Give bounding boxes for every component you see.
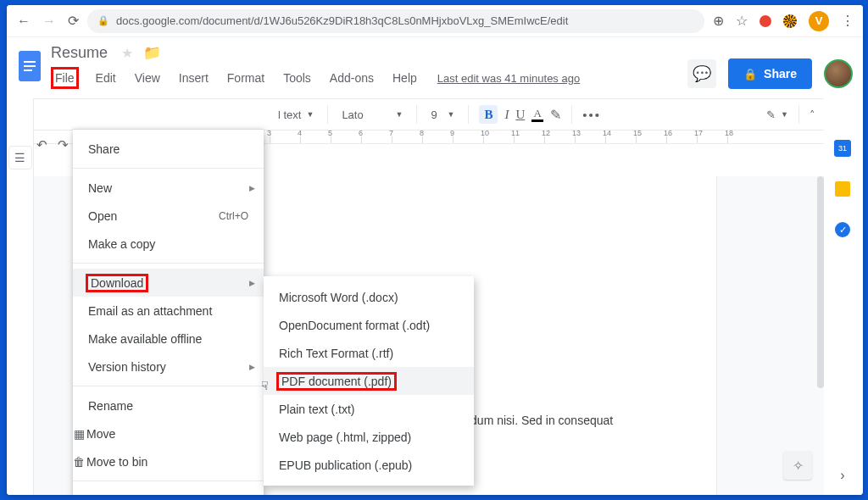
file-menu-make-copy[interactable]: Make a copy: [73, 230, 264, 258]
download-odt[interactable]: OpenDocument format (.odt): [264, 311, 474, 339]
omnibox[interactable]: 🔒 docs.google.com/document/d/1WJ6u526Kz9…: [87, 9, 704, 33]
text-color-button[interactable]: A: [531, 108, 543, 122]
toolbar-more-button[interactable]: •••: [582, 108, 601, 122]
bold-button[interactable]: B: [479, 105, 498, 124]
side-panel-collapse-icon[interactable]: ›: [840, 468, 844, 483]
font-size-select[interactable]: 9▼: [427, 107, 458, 123]
file-menu-email-attachment[interactable]: Email as an attachment: [73, 297, 264, 325]
italic-button[interactable]: I: [504, 108, 509, 122]
vertical-scrollbar[interactable]: [817, 176, 824, 495]
share-button[interactable]: 🔒 Share: [728, 58, 812, 89]
bookmark-star-icon[interactable]: ☆: [736, 13, 748, 29]
file-menu-make-offline[interactable]: Make available offline: [73, 325, 264, 353]
download-pdf[interactable]: PDF document (.pdf): [264, 367, 474, 395]
nav-back-icon[interactable]: ←: [17, 14, 31, 28]
editing-mode-button[interactable]: ✎▼: [766, 108, 788, 121]
menu-insert[interactable]: Insert: [177, 69, 210, 86]
download-html[interactable]: Web page (.html, zipped): [264, 423, 474, 451]
file-menu-open[interactable]: OpenCtrl+O: [73, 202, 264, 230]
file-menu-rename[interactable]: Rename: [73, 392, 264, 419]
download-submenu: Microsoft Word (.docx) OpenDocument form…: [264, 276, 474, 486]
docs-logo-icon[interactable]: [14, 44, 46, 88]
file-menu-share[interactable]: Share: [73, 135, 264, 163]
menu-view[interactable]: View: [133, 69, 162, 86]
extension-red-icon[interactable]: [760, 15, 771, 27]
nav-reload-icon[interactable]: ⟳: [68, 14, 79, 28]
font-family-select[interactable]: Lato▼: [338, 107, 406, 123]
zoom-icon[interactable]: ⊕: [713, 13, 724, 29]
file-menu-publish[interactable]: Publish to the web: [73, 486, 264, 495]
underline-button[interactable]: U: [515, 108, 525, 122]
account-avatar[interactable]: [824, 59, 853, 88]
file-menu-dropdown: Share New▶ OpenCtrl+O Make a copy Downlo…: [73, 129, 264, 495]
paragraph-style-select[interactable]: l text▼: [275, 107, 317, 123]
lock-icon: 🔒: [97, 15, 109, 26]
share-lock-icon: 🔒: [743, 68, 757, 81]
svg-rect-2: [24, 65, 36, 67]
menu-edit[interactable]: Edit: [94, 69, 118, 86]
collapse-toolbar-icon[interactable]: ˄: [810, 108, 815, 121]
file-menu-version-history[interactable]: Version history▶: [73, 353, 264, 381]
keep-addon-icon[interactable]: [833, 180, 852, 198]
pencil-icon: ✎: [766, 108, 776, 121]
document-outline-button[interactable]: ☰: [8, 146, 32, 169]
menu-addons[interactable]: Add-ons: [328, 69, 376, 86]
menu-format[interactable]: Format: [225, 69, 266, 86]
document-title[interactable]: Resume: [47, 42, 111, 64]
file-menu-move[interactable]: ▦ Move: [73, 419, 264, 447]
share-label: Share: [764, 67, 797, 81]
menu-file[interactable]: File: [51, 67, 79, 89]
star-icon[interactable]: ★: [121, 45, 133, 61]
download-docx[interactable]: Microsoft Word (.docx): [264, 283, 474, 311]
svg-rect-1: [24, 61, 36, 63]
redo-icon[interactable]: ↷: [58, 137, 69, 153]
last-edit-link[interactable]: Last edit was 41 minutes ago: [437, 72, 580, 85]
calendar-addon-icon[interactable]: 31: [833, 139, 852, 158]
svg-rect-3: [24, 69, 32, 71]
menu-help[interactable]: Help: [391, 69, 419, 86]
kebab-menu-icon[interactable]: ⋮: [841, 13, 854, 29]
extension-striped-icon[interactable]: [783, 14, 797, 28]
profile-avatar[interactable]: V: [809, 11, 829, 31]
file-menu-move-to-bin[interactable]: 🗑 Move to bin: [73, 447, 264, 475]
file-menu-new[interactable]: New▶: [73, 174, 264, 202]
download-rtf[interactable]: Rich Text Format (.rtf): [264, 339, 474, 367]
explore-button[interactable]: ✧: [783, 451, 812, 480]
move-folder-icon[interactable]: 📁: [143, 44, 161, 62]
file-menu-download[interactable]: Download▶: [73, 269, 264, 297]
menu-tools[interactable]: Tools: [281, 69, 313, 86]
url-text: docs.google.com/document/d/1WJ6u526Kz9Di…: [116, 14, 568, 27]
undo-icon[interactable]: ↶: [36, 137, 47, 153]
vertical-ruler[interactable]: [7, 169, 33, 495]
tasks-addon-icon[interactable]: ✓: [833, 220, 852, 239]
download-epub[interactable]: EPUB publication (.epub): [264, 451, 474, 479]
comments-button[interactable]: 💬: [687, 59, 716, 88]
nav-forward-icon[interactable]: →: [42, 14, 56, 28]
highlight-color-button[interactable]: ✎: [550, 107, 561, 123]
cursor-pointer-icon: ☟: [261, 379, 269, 392]
download-txt[interactable]: Plain text (.txt): [264, 395, 474, 423]
